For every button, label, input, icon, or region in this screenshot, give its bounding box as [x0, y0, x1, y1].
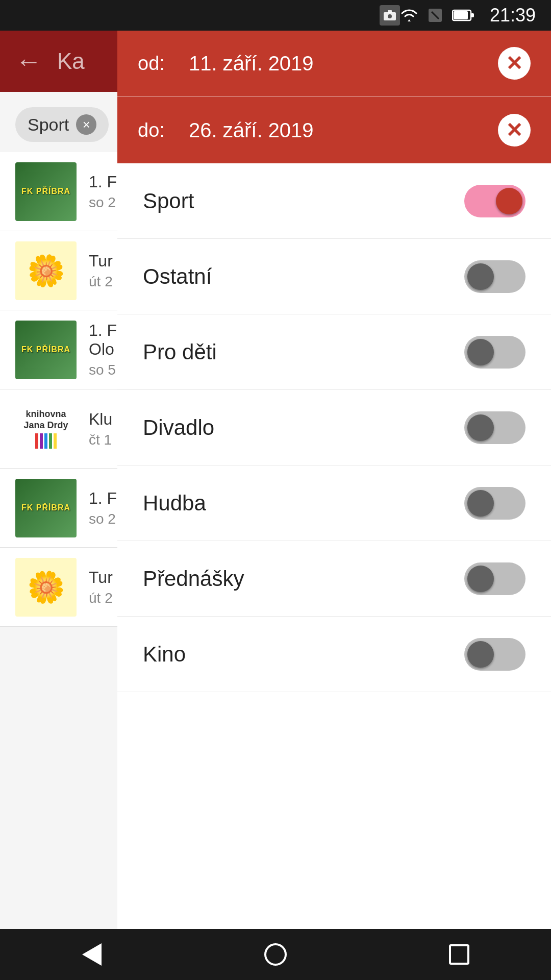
date-to-label: do: [138, 119, 179, 141]
item-sub: út 2 [89, 274, 113, 290]
chip-close-button[interactable]: × [76, 114, 96, 135]
filter-label-prednasky: Přednášky [143, 567, 244, 591]
item-title: 1. F [89, 489, 117, 508]
item-sub: so 2 [89, 511, 117, 527]
item-sub: út 2 [89, 590, 113, 606]
item-sub: so 5 [89, 362, 117, 378]
toggle-prednasky[interactable] [464, 562, 525, 595]
toggle-thumb [467, 414, 494, 441]
date-to-clear-button[interactable]: ✕ [498, 114, 531, 146]
filter-item-kino[interactable]: Kino [117, 617, 551, 692]
svg-rect-6 [454, 11, 468, 19]
toggle-thumb [467, 490, 494, 517]
toggle-kino[interactable] [464, 638, 525, 671]
wifi-icon [400, 8, 418, 22]
sport-filter-chip[interactable]: Sport × [15, 107, 109, 142]
flower-icon: 🌼 [27, 253, 65, 289]
date-from-value: 11. září. 2019 [179, 52, 498, 75]
bottom-navigation [0, 929, 551, 980]
filter-label-kino: Kino [143, 642, 186, 667]
battery-icon [452, 8, 474, 22]
filter-item-prednasky[interactable]: Přednášky [117, 541, 551, 617]
status-icons: 21:39 [400, 5, 536, 26]
svg-rect-2 [388, 10, 392, 13]
item-subtitle: Olo [89, 340, 117, 359]
filter-item-sport[interactable]: Sport [117, 163, 551, 239]
svg-point-1 [388, 14, 392, 18]
back-nav-button[interactable] [66, 929, 117, 980]
item-title: Tur [89, 568, 113, 587]
item-title: 1. F [89, 321, 117, 340]
photo-icon [380, 5, 400, 26]
toggle-sport[interactable] [464, 185, 525, 217]
toggle-thumb [467, 641, 494, 668]
status-time: 21:39 [490, 5, 536, 26]
status-bar: 21:39 [0, 0, 551, 31]
date-from-row: od: 11. září. 2019 ✕ [117, 31, 551, 97]
home-nav-icon [264, 943, 287, 966]
svg-rect-7 [471, 13, 474, 17]
toggle-thumb [467, 566, 494, 592]
item-sub: čt 1 [89, 432, 112, 448]
toggle-hudba[interactable] [464, 487, 525, 520]
toggle-thumb [467, 263, 494, 290]
item-title: 1. F [89, 173, 117, 191]
date-from-clear-button[interactable]: ✕ [498, 47, 531, 80]
toggle-pro-deti[interactable] [464, 336, 525, 369]
filter-item-pro-deti[interactable]: Pro děti [117, 314, 551, 390]
date-to-value: 26. září. 2019 [179, 119, 498, 142]
toggle-thumb [467, 339, 494, 365]
filter-label-hudba: Hudba [143, 491, 206, 516]
category-filter-list: Sport Ostatní Pro děti Divadlo [117, 163, 551, 939]
thumbnail: FK PŘÍBRA [15, 321, 77, 379]
flower-icon: 🌼 [27, 569, 65, 605]
filter-item-hudba[interactable]: Hudba [117, 465, 551, 541]
toggle-divadlo[interactable] [464, 411, 525, 444]
thumbnail: knihovnaJana Drdy [15, 400, 77, 458]
filter-item-divadlo[interactable]: Divadlo [117, 390, 551, 465]
filter-panel: od: 11. září. 2019 ✕ do: 26. září. 2019 … [117, 31, 551, 939]
date-from-label: od: [138, 53, 179, 75]
thumbnail: FK PŘÍBRA [15, 479, 77, 537]
item-title: Klu [89, 410, 112, 429]
item-title: Tur [89, 252, 113, 271]
thumbnail: 🌼 [15, 558, 77, 617]
toggle-thumb [496, 188, 522, 214]
date-to-row: do: 26. září. 2019 ✕ [117, 97, 551, 163]
recents-nav-icon [449, 944, 469, 965]
filter-label-pro-deti: Pro děti [143, 340, 217, 364]
thumbnail: 🌼 [15, 241, 77, 300]
filter-item-ostatni[interactable]: Ostatní [117, 239, 551, 314]
filter-label-divadlo: Divadlo [143, 415, 214, 440]
thumbnail: FK PŘÍBRA [15, 162, 77, 221]
home-nav-button[interactable] [250, 929, 301, 980]
item-sub: so 2 [89, 194, 117, 211]
sim-icon [428, 8, 443, 23]
app-bar-title: Ka [57, 48, 85, 74]
back-button[interactable]: ← [15, 46, 42, 77]
toggle-ostatni[interactable] [464, 260, 525, 293]
chip-label: Sport [28, 115, 69, 135]
filter-label-sport: Sport [143, 189, 194, 213]
filter-label-ostatni: Ostatní [143, 264, 212, 289]
back-nav-icon [82, 943, 102, 966]
recents-nav-button[interactable] [434, 929, 485, 980]
